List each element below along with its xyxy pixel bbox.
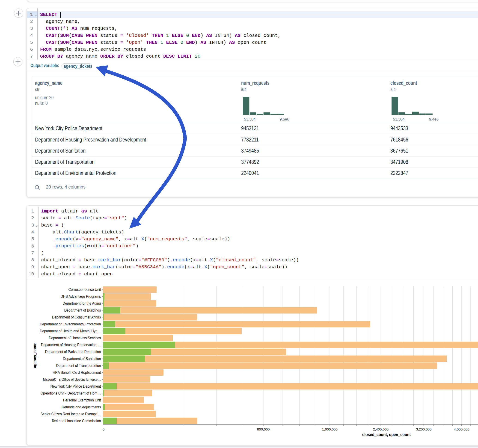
svg-text:Department of Sanitation: Department of Sanitation	[63, 357, 101, 361]
svg-text:Correspondence Unit: Correspondence Unit	[69, 288, 101, 292]
svg-text:New York City Police Departmen: New York City Police Department	[50, 384, 101, 388]
svg-text:Department of Health and Menta: Department of Health and Mental Hyg…	[40, 329, 101, 333]
svg-text:Department of Buildings: Department of Buildings	[64, 308, 101, 312]
svg-text:DHS Advantage Programs: DHS Advantage Programs	[61, 294, 101, 299]
svg-text:Department of Parks and Recrea: Department of Parks and Recreation	[45, 350, 101, 354]
svg-text:Senior Citizen Rent Increase E: Senior Citizen Rent Increase Exempti…	[41, 412, 101, 416]
svg-text:Mayorâ€ s Office of Special En: Mayorâ€ s Office of Special Enforce…	[43, 378, 101, 381]
svg-text:Operations Unit - Department o: Operations Unit - Department of Hom…	[41, 391, 101, 395]
svg-text:Department of Environmental Pr: Department of Environmental Protection	[40, 322, 101, 326]
svg-text:Department of Transportation: Department of Transportation	[56, 364, 101, 367]
svg-text:agency_name: agency_name	[32, 343, 37, 368]
svg-text:1,600,000: 1,600,000	[322, 427, 338, 431]
svg-text:Department of Consumer Affairs: Department of Consumer Affairs	[52, 315, 101, 319]
svg-text:Personal Exemption Unit: Personal Exemption Unit	[63, 398, 101, 402]
svg-text:Department for the Aging: Department for the Aging	[63, 301, 101, 305]
svg-text:Taxi and Limousine Commission: Taxi and Limousine Commission	[52, 419, 101, 423]
svg-text:4,000,000: 4,000,000	[454, 427, 470, 431]
svg-text:Department of Homeless Service: Department of Homeless Services	[49, 336, 101, 340]
svg-text:2,400,000: 2,400,000	[373, 427, 389, 431]
svg-text:800,000: 800,000	[257, 427, 270, 431]
svg-text:closed_count, open_count: closed_count, open_count	[362, 432, 411, 437]
svg-text:Refunds and Adjustments: Refunds and Adjustments	[62, 405, 101, 409]
svg-text:HRA Benefit Card Replacement: HRA Benefit Card Replacement	[53, 371, 101, 374]
svg-text:0: 0	[103, 427, 104, 431]
svg-text:Department of Housing Preserva: Department of Housing Preservation …	[41, 343, 101, 347]
svg-text:3,200,000: 3,200,000	[416, 427, 432, 431]
